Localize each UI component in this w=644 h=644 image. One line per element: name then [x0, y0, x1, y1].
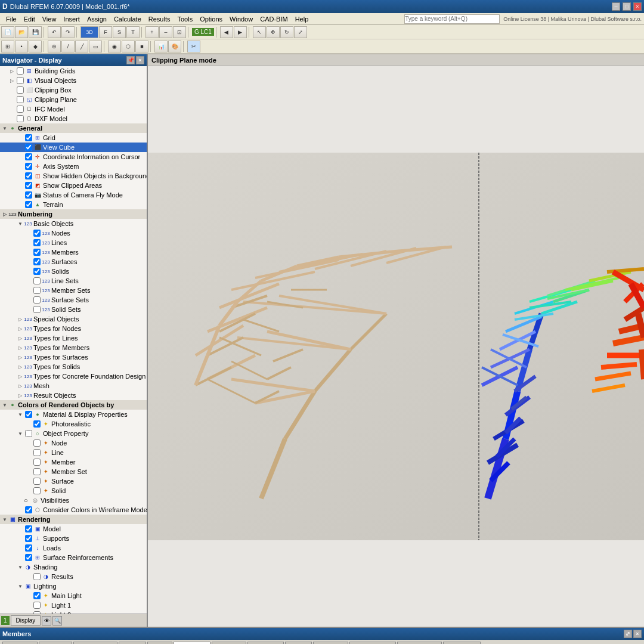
move-btn[interactable]: ✥ — [267, 26, 280, 38]
nav-pin-btn[interactable]: 📌 — [126, 56, 135, 64]
nav-material-display[interactable]: ▼ ● Material & Display Properties — [0, 410, 147, 419]
nav-solid-sets[interactable]: 123 Solid Sets — [0, 305, 147, 314]
nav-general-group[interactable]: ▼ ● General — [0, 123, 147, 133]
view-front-btn[interactable]: F — [99, 26, 112, 38]
nav-hidden-bg[interactable]: ◫ Show Hidden Objects in Background — [0, 171, 147, 181]
nav-grid[interactable]: ⊞ Grid — [0, 133, 147, 143]
nav-render-supports[interactable]: ⊥ Supports — [0, 534, 147, 543]
nav-prop-surface[interactable]: ✦ Surface — [0, 476, 147, 486]
nav-types-nodes[interactable]: ▷ 123 Types for Nodes — [0, 324, 147, 333]
btab-lines[interactable]: Lines — [147, 642, 172, 644]
nav-grid-check[interactable] — [25, 134, 32, 141]
nav-mesh[interactable]: ▷ 123 Mesh — [0, 381, 147, 391]
btab-solids[interactable]: Solids — [285, 642, 312, 644]
menu-calculate[interactable]: Calculate — [110, 14, 145, 24]
nav-prop-surface-check[interactable] — [33, 478, 41, 485]
nav-members-check[interactable] — [33, 249, 41, 256]
nav-prop-member[interactable]: ✦ Member — [0, 457, 147, 467]
redo-button[interactable]: ↷ — [61, 26, 75, 38]
menu-help[interactable]: Help — [292, 14, 312, 24]
nav-terrain[interactable]: ▲ Terrain — [0, 200, 147, 209]
nav-building-grids[interactable]: ▷ ⊞ Building Grids — [0, 66, 147, 76]
wireframe-btn[interactable]: ⬡ — [122, 41, 135, 52]
nav-surface-reinforcements-check[interactable] — [25, 554, 32, 561]
nav-ifc-model[interactable]: 🗋 IFC Model — [0, 104, 147, 114]
btab-members[interactable]: Members — [174, 642, 210, 644]
nav-solid-sets-check[interactable] — [33, 306, 41, 313]
nav-building-grids-check[interactable] — [17, 67, 24, 75]
nav-types-concrete[interactable]: ▷ 123 Types for Concrete Foundation Desi… — [0, 371, 147, 381]
nav-material-display-check[interactable] — [25, 411, 32, 418]
viewport-canvas[interactable] — [148, 66, 644, 627]
nav-object-property-check[interactable] — [25, 430, 32, 437]
nav-nodes[interactable]: 123 Nodes — [0, 228, 147, 238]
open-button[interactable]: 📂 — [15, 26, 28, 38]
viewport[interactable]: Clipping Plane mode — [148, 54, 644, 627]
nav-visual-objects-check[interactable] — [17, 77, 24, 84]
nav-render-model-check[interactable] — [25, 525, 32, 532]
nav-surface-sets-check[interactable] — [33, 296, 41, 304]
snap-grid-btn[interactable]: ⊞ — [1, 41, 14, 52]
nav-coord-cursor[interactable]: ✛ Coordinate Information on Cursor — [0, 152, 147, 162]
zoom-fit-btn[interactable]: ⊡ — [173, 26, 186, 38]
nav-prop-node[interactable]: ✦ Node — [0, 438, 147, 448]
color-btn[interactable]: 🎨 — [168, 41, 181, 52]
zoom-in-btn[interactable]: + — [145, 26, 159, 38]
nav-clipping-box[interactable]: ⬜ Clipping Box — [0, 85, 147, 95]
nav-terrain-check[interactable] — [25, 201, 32, 208]
nav-clipped-areas-check[interactable] — [25, 182, 32, 189]
nav-view-cube[interactable]: ⬛ View Cube — [0, 143, 147, 152]
nav-result-objects[interactable]: ▷ 123 Result Objects — [0, 391, 147, 400]
nav-surfaces-check[interactable] — [33, 258, 41, 265]
nav-dxf-model[interactable]: 🗋 DXF Model — [0, 114, 147, 123]
menu-options[interactable]: Options — [196, 14, 226, 24]
nav-render-loads-check[interactable] — [25, 544, 32, 552]
close-button[interactable]: × — [633, 2, 642, 11]
nav-surfaces[interactable]: 123 Surfaces — [0, 257, 147, 267]
nav-line-sets-check[interactable] — [33, 277, 41, 284]
save-button[interactable]: 💾 — [29, 26, 42, 38]
nav-view-cube-check[interactable] — [25, 144, 32, 151]
nav-main-light[interactable]: ✦ Main Light — [0, 591, 147, 600]
prev-lc-btn[interactable]: ◀ — [220, 26, 233, 38]
nav-prop-solid[interactable]: ✦ Solid — [0, 486, 147, 496]
btab-surfaces[interactable]: Surfaces — [212, 642, 246, 644]
nav-coord-cursor-check[interactable] — [25, 153, 32, 160]
draw-surface-btn[interactable]: ▭ — [89, 41, 102, 52]
nav-prop-member-set[interactable]: ✦ Member Set — [0, 467, 147, 476]
rotate-btn[interactable]: ↻ — [280, 26, 293, 38]
nav-tab-display[interactable]: Display — [11, 615, 41, 626]
nav-solids-check[interactable] — [33, 268, 41, 275]
nav-members[interactable]: 123 Members — [0, 247, 147, 257]
btab-thicknesses[interactable]: Thicknesses — [73, 642, 117, 644]
scale-btn[interactable]: ⤢ — [294, 26, 307, 38]
clipping-btn[interactable]: ✂ — [187, 41, 200, 52]
search-input[interactable] — [404, 14, 500, 24]
solid-btn[interactable]: ■ — [135, 41, 148, 52]
nav-numbering-group[interactable]: ▷ 123 Numbering — [0, 209, 147, 219]
nav-lines[interactable]: 123 Lines — [0, 238, 147, 247]
nav-axis-system-check[interactable] — [25, 163, 32, 170]
nav-render-supports-check[interactable] — [25, 535, 32, 542]
nav-prop-solid-check[interactable] — [33, 487, 41, 494]
btab-surface-sets[interactable]: Surface Sets — [397, 642, 442, 644]
menu-edit[interactable]: Edit — [20, 14, 39, 24]
btab-openings[interactable]: Openings — [247, 642, 284, 644]
btab-member-sets[interactable]: Member Sets — [349, 642, 395, 644]
minimize-button[interactable]: – — [612, 2, 620, 11]
nav-hidden-bg-check[interactable] — [25, 172, 32, 179]
nav-camera-fly[interactable]: 📷 Status of Camera Fly Mode — [0, 190, 147, 200]
undo-button[interactable]: ↶ — [48, 26, 61, 38]
nav-camera-fly-check[interactable] — [25, 191, 32, 199]
menu-file[interactable]: File — [2, 14, 20, 24]
nav-eye-btn[interactable]: 👁 — [42, 616, 51, 626]
btab-line-sets[interactable]: Line Sets — [313, 642, 349, 644]
nav-prop-member-set-check[interactable] — [33, 468, 41, 475]
snap-midpoint-btn[interactable]: ◆ — [29, 41, 42, 52]
menu-assign[interactable]: Assign — [83, 14, 110, 24]
nav-types-solids[interactable]: ▷ 123 Types for Solids — [0, 362, 147, 371]
nav-shading-results[interactable]: ◑ Results — [0, 572, 147, 581]
nav-clipping-plane[interactable]: ◱ Clipping Plane — [0, 95, 147, 104]
btab-sections[interactable]: Sections — [39, 642, 72, 644]
menu-tools[interactable]: Tools — [174, 14, 196, 24]
